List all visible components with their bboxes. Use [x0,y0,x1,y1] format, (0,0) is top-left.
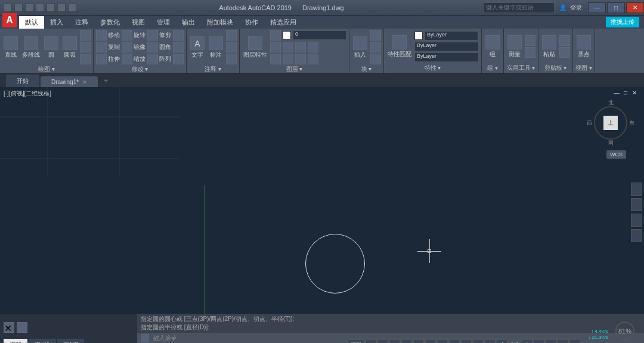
qat-undo-icon[interactable] [57,4,66,12]
tool-select[interactable] [525,47,535,58]
tool-cut[interactable] [559,35,570,46]
tool-attr[interactable] [370,54,381,64]
tab-featured[interactable]: 精选应用 [264,16,302,29]
tool-measure[interactable]: 测量 [506,34,523,60]
status-snap-icon[interactable] [377,339,388,343]
fillet-icon[interactable] [147,42,158,52]
tab-default[interactable]: 默认 [19,16,44,29]
tool-base[interactable]: 基点 [575,34,592,60]
layout-tab-model[interactable]: 模型 [4,339,27,343]
tool-leader[interactable] [226,30,237,41]
color-swatch[interactable] [414,32,423,40]
wcs-badge[interactable]: WCS [606,150,626,159]
color-selector[interactable]: ByLayer [425,31,478,41]
layer-state-icon[interactable] [270,30,281,41]
panel-label[interactable]: 图层 ▾ [242,64,346,73]
tab-manage[interactable]: 管理 [151,16,176,29]
panel-label[interactable]: 块 ▾ [352,64,381,73]
status-clean-icon[interactable] [558,339,568,343]
tool-text[interactable]: A文字 [189,35,206,60]
status-polar-icon[interactable] [401,339,412,343]
tool-dim[interactable]: 标注 [208,35,224,60]
linetype-selector[interactable]: ByLayer [414,52,479,62]
status-hwaccel-icon[interactable] [546,339,556,343]
qat-saveas-icon[interactable] [36,4,44,12]
status-lwt-icon[interactable] [449,339,460,343]
viewport-label[interactable]: [-][俯视][二维线框] [4,89,51,98]
tool-create[interactable] [370,30,381,41]
nav-zoom-icon[interactable] [631,214,642,227]
status-transparency-icon[interactable] [461,339,472,343]
command-history[interactable]: 指定圆的圆心或 [三点(3P)/两点(2P)/切点、切点、半径(T)]: 指定圆… [137,314,644,333]
user-area[interactable]: 👤 登录 [555,4,587,12]
tool-calc[interactable] [525,35,535,46]
layer-selector[interactable]: 0 [293,30,346,40]
upload-button[interactable]: 推拽上传 [606,17,639,27]
panel-label[interactable]: 组 ▾ [484,63,501,72]
layer-tool3[interactable] [295,42,306,52]
nav-pan-icon[interactable] [631,198,642,211]
layer-tool4[interactable] [308,42,318,52]
layer-tool1[interactable] [270,42,281,52]
layer-tool8[interactable] [308,54,318,64]
rotate-icon[interactable] [122,30,132,41]
viewport-max-icon[interactable]: □ [622,89,629,97]
panel-label[interactable]: 特性 ▾ [386,63,479,72]
status-otrack-icon[interactable] [437,339,448,343]
tab-addins[interactable]: 附加模块 [201,16,239,29]
tab-insert[interactable]: 插入 [44,16,69,29]
status-grid-icon[interactable]: ▦ [366,339,376,343]
layer-tool6[interactable] [283,54,293,64]
viewport-close-icon[interactable]: ✕ [631,89,638,97]
array-icon[interactable] [147,54,158,64]
doctab-start[interactable]: 开始 [6,75,39,87]
status-ortho-icon[interactable] [389,339,400,343]
layout-tab-layout1[interactable]: 布局1 [29,339,56,343]
tool-copy2[interactable] [559,47,570,58]
panel-label[interactable]: 注释 ▾ [189,64,237,73]
tab-annotate[interactable]: 注释 [69,16,94,29]
tool-explode[interactable] [173,42,184,52]
layer-tool5[interactable] [270,54,281,64]
layer-color-swatch[interactable] [283,31,291,39]
status-isolate-icon[interactable] [534,339,544,343]
tool-polyline[interactable]: 多段线 [21,35,41,60]
qat-new-icon[interactable] [4,4,12,12]
layer-tool2[interactable] [283,42,293,52]
tool-paste[interactable]: 粘贴 [541,34,558,60]
move-icon[interactable] [96,30,107,41]
tool-line[interactable]: 直线 [2,35,19,60]
viewcube[interactable]: 上 北 南 东 西 [593,105,628,141]
tab-parametric[interactable]: 参数化 [94,16,126,29]
copy-icon[interactable] [96,42,107,52]
panel-label[interactable]: 修改 ▾ [96,64,184,73]
tool-insert[interactable]: 插入 [352,35,369,60]
new-layout-button[interactable]: + [85,340,98,344]
tool-group[interactable]: 组 [484,34,501,60]
qat-open-icon[interactable] [14,4,23,12]
close-button[interactable]: ✕ [626,2,644,13]
lineweight-selector[interactable]: ByLayer [414,42,479,51]
tool-edit[interactable] [370,42,381,52]
tool-circle[interactable]: 圆 [43,35,60,60]
layer-tool7[interactable] [295,54,306,64]
stretch-icon[interactable] [96,54,107,64]
status-annoscale-icon[interactable]: ⅄ [485,339,496,343]
minimize-button[interactable]: — [588,2,606,13]
doctab-drawing1[interactable]: Drawing1*✕ [41,76,98,87]
panel-label[interactable]: 绘图 ▾ [2,64,91,73]
panel-label[interactable]: 视图 ▾ [575,63,592,72]
tool-hatch[interactable] [80,54,91,64]
status-cycling-icon[interactable] [473,339,484,343]
cmd-close-icon[interactable]: ✕ [4,322,14,333]
tab-collaborate[interactable]: 协作 [239,16,264,29]
drawing-canvas[interactable]: [-][俯视][二维线框] — □ ✕ Y X 上 北 南 东 西 WCS [0,87,644,314]
trim-icon[interactable] [147,30,158,41]
viewport-min-icon[interactable]: — [613,89,620,97]
layout-tab-layout2[interactable]: 布局2 [57,339,85,343]
tool-rect[interactable] [80,30,91,41]
mirror-icon[interactable] [122,42,132,52]
tool-erase[interactable] [173,30,184,41]
status-3dosnap-icon[interactable] [425,339,436,343]
tool-layer-props[interactable]: 图层特性 [242,35,268,60]
